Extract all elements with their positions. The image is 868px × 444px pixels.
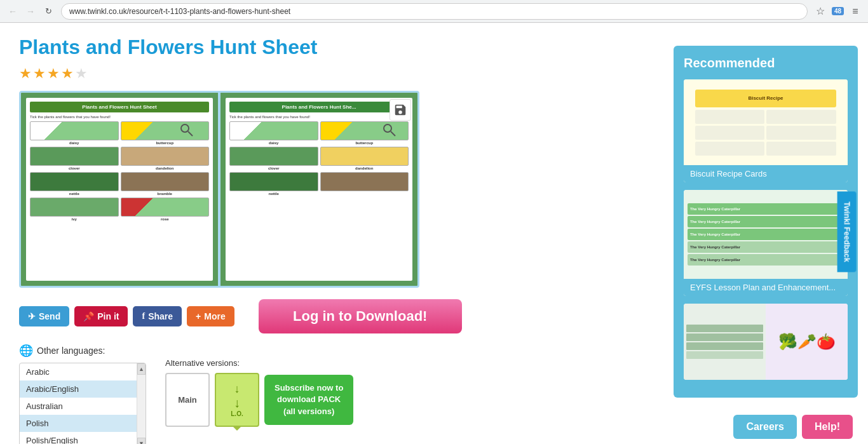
lang-arabic-english[interactable]: Arabic/English xyxy=(20,380,137,398)
scroll-down-arrow[interactable]: ▼ xyxy=(137,438,146,444)
plant-dandelion-1: dandelion xyxy=(121,147,210,170)
daisy-label-2: daisy xyxy=(269,141,278,145)
scrollbar[interactable]: ▲ ▼ xyxy=(137,363,146,444)
clover-label-1: clover xyxy=(69,166,80,170)
rec-biscuit-img: Biscuit Recipe xyxy=(684,79,848,165)
dandelion-img-2 xyxy=(320,147,409,166)
plus-icon: + xyxy=(196,311,201,321)
bramble-label-1: bramble xyxy=(158,192,172,196)
star-2[interactable]: ★ xyxy=(33,65,46,82)
browser-actions: ☆ 48 ≡ xyxy=(813,4,863,19)
globe-icon: 🌐 xyxy=(19,344,33,358)
browser-chrome: ← → ↻ www.twinkl.co.uk/resource/t-t-1103… xyxy=(0,0,868,23)
rec-caterpillar-card[interactable]: The Very Hungry Caterpillar The Very Hun… xyxy=(684,190,848,296)
sheet2-instruction: Tick the plants and flowers that you hav… xyxy=(229,115,409,119)
address-bar[interactable]: www.twinkl.co.uk/resource/t-t-1103-plant… xyxy=(61,3,808,20)
languages-left: 🌐 Other languages: Arabic Arabic/English… xyxy=(19,344,153,444)
dandelion-img-1 xyxy=(121,147,210,166)
main-version-label: Main xyxy=(178,395,197,405)
rec-biscuit-card[interactable]: Biscuit Recipe Biscuit Recipe Cards xyxy=(684,79,848,182)
more-label: More xyxy=(204,311,225,321)
back-button[interactable]: ← xyxy=(5,4,20,19)
lo-download-icon: ↓ xyxy=(234,396,240,410)
clover-img-1 xyxy=(30,147,119,166)
daisy-img-1 xyxy=(30,121,119,140)
plant-daisy-1: daisy xyxy=(30,121,119,145)
scroll-up-arrow[interactable]: ▲ xyxy=(137,363,146,375)
send-icon: ✈ xyxy=(28,311,36,321)
buttercup-img-1 xyxy=(121,121,210,140)
plant-bramble-2 xyxy=(320,172,409,196)
pin-button[interactable]: 📌 Pin it xyxy=(74,306,128,326)
tab-badge: 48 xyxy=(832,7,844,15)
star-3[interactable]: ★ xyxy=(47,65,60,82)
nav-buttons: ← → ↻ xyxy=(5,4,56,19)
lang-arabic[interactable]: Arabic xyxy=(20,363,137,380)
pin-label: Pin it xyxy=(97,311,119,321)
bramble-img-2 xyxy=(320,172,409,191)
sheet2-grid: daisy buttercup clover dandelion xyxy=(229,121,409,196)
download-button[interactable]: Log in to Download! xyxy=(259,299,462,333)
careers-button[interactable]: Careers xyxy=(733,415,797,439)
dandelion-label-1: dandelion xyxy=(156,166,173,170)
lang-polish[interactable]: Polish xyxy=(20,415,137,432)
help-button[interactable]: Help! xyxy=(802,415,853,439)
plant-daisy-2: daisy xyxy=(229,121,318,145)
preview-sheet-2: Plants and Flowers Hunt She... Tick the … xyxy=(226,98,412,281)
nettle-label-1: nettle xyxy=(69,192,79,196)
search-icon-sheet1 xyxy=(180,123,194,140)
nettle-img-1 xyxy=(30,172,119,191)
lo-version-card[interactable]: ↓ L.O. xyxy=(215,373,259,427)
lang-polish-english[interactable]: Polish/English xyxy=(20,432,137,444)
plant-ivy-1: ivy xyxy=(30,198,119,221)
subscribe-pack-button[interactable]: Subscribe now todownload PACK(all versio… xyxy=(264,375,353,425)
rose-img-1 xyxy=(121,198,210,217)
forward-button[interactable]: → xyxy=(23,4,38,19)
buttercup-label-1: buttercup xyxy=(156,141,173,145)
sheet1-instruction: Tick the plants and flowers that you hav… xyxy=(30,115,209,119)
pin-icon: 📌 xyxy=(83,311,94,321)
star-5[interactable]: ★ xyxy=(75,65,88,82)
plant-clover-2: clover xyxy=(229,147,318,170)
languages-label: Other languages: xyxy=(37,346,105,356)
refresh-button[interactable]: ↻ xyxy=(41,4,56,19)
rec-biscuit-label: Biscuit Recipe Cards xyxy=(684,165,848,182)
share-facebook-button[interactable]: f Share xyxy=(133,306,182,326)
preview-divider xyxy=(218,93,220,286)
svg-point-2 xyxy=(384,124,391,132)
clover-label-2: clover xyxy=(268,166,280,170)
send-label: Send xyxy=(39,311,60,321)
facebook-icon: f xyxy=(142,311,145,321)
rose-label-1: rose xyxy=(161,217,169,221)
preview-sheet-1: Plants and Flowers Hunt Sheet Tick the p… xyxy=(26,98,213,281)
send-button[interactable]: ✈ Send xyxy=(19,306,69,326)
bookmark-button[interactable]: ☆ xyxy=(813,4,828,19)
more-button[interactable]: + More xyxy=(187,306,234,326)
plant-rose-1: rose xyxy=(121,198,210,221)
search-icon-sheet2 xyxy=(383,123,397,140)
star-1[interactable]: ★ xyxy=(19,65,32,82)
clover-img-2 xyxy=(229,147,318,166)
ivy-img-1 xyxy=(30,198,119,217)
rec-third-card[interactable]: 🥦🥕🍅 xyxy=(684,304,848,380)
lang-australian[interactable]: Australian xyxy=(20,398,137,415)
star-4[interactable]: ★ xyxy=(61,65,74,82)
daisy-img-2 xyxy=(229,121,318,140)
languages-header: 🌐 Other languages: xyxy=(19,344,153,358)
sheet1-header: Plants and Flowers Hunt Sheet xyxy=(30,102,209,112)
feedback-tab[interactable]: Twinkl Feedback xyxy=(837,191,856,272)
share-label: Share xyxy=(148,311,173,321)
sidebar-title: Recommended xyxy=(684,56,848,71)
recommendations-sidebar: Recommended Biscuit Recipe Biscuit Recip… xyxy=(674,46,858,398)
page-layout: Plants and Flowers Hunt Sheet ★ ★ ★ ★ ★ … xyxy=(0,23,868,444)
save-icon[interactable] xyxy=(390,99,411,121)
language-dropdown[interactable]: Arabic Arabic/English Australian Polish … xyxy=(19,363,146,444)
main-version-card[interactable]: Main xyxy=(165,373,210,427)
browser-menu-button[interactable]: ≡ xyxy=(848,4,863,19)
rec-third-img: 🥦🥕🍅 xyxy=(684,304,848,380)
plant-bramble-1: bramble xyxy=(121,172,210,196)
plant-nettle-2: nettle xyxy=(229,172,318,196)
rec-caterpillar-img: The Very Hungry Caterpillar The Very Hun… xyxy=(684,190,848,279)
svg-point-0 xyxy=(181,124,189,132)
plant-clover-1: clover xyxy=(30,147,119,170)
